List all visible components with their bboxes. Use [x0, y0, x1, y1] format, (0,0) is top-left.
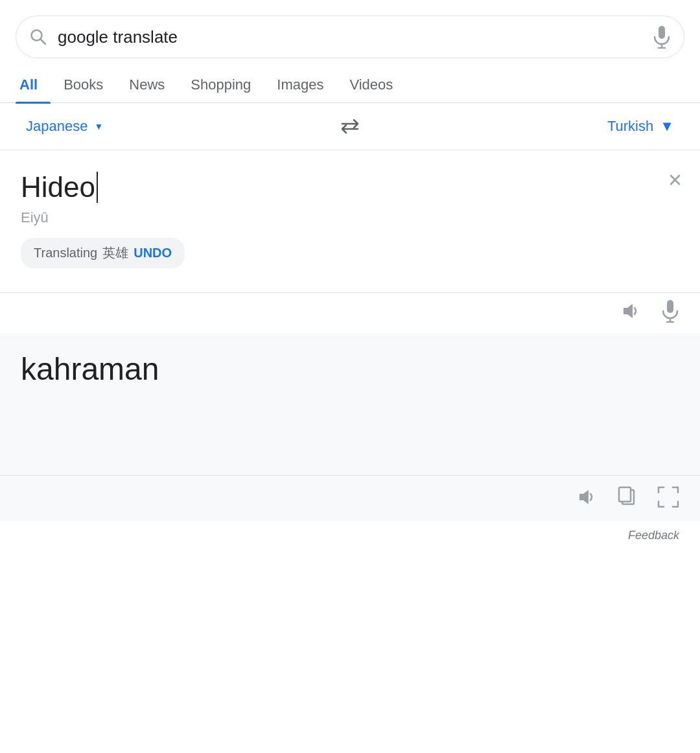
target-lang-chevron-icon: ▼ — [660, 118, 674, 135]
svg-rect-6 — [667, 300, 673, 313]
search-input[interactable]: google translate — [58, 27, 642, 47]
target-speaker-icon[interactable] — [576, 487, 596, 507]
source-speaker-icon[interactable] — [620, 301, 640, 321]
target-lang-button[interactable]: Turkish ▼ — [376, 118, 674, 135]
output-area: kahraman — [0, 333, 700, 476]
lang-selector-row: Japanese ▼ Turkish ▼ — [0, 103, 700, 150]
fullscreen-icon[interactable] — [657, 486, 679, 508]
tab-news[interactable]: News — [116, 69, 178, 102]
translating-label: Translating — [34, 246, 97, 261]
tab-videos[interactable]: Videos — [336, 69, 406, 102]
svg-marker-9 — [579, 490, 589, 504]
source-lang-label: Japanese — [26, 118, 88, 135]
svg-marker-5 — [624, 304, 633, 318]
mic-icon[interactable] — [653, 25, 671, 49]
search-icon — [29, 28, 47, 46]
text-cursor — [97, 172, 98, 203]
search-bar-container: google translate — [0, 0, 700, 69]
source-text[interactable]: Hideo — [21, 168, 679, 205]
tab-images[interactable]: Images — [264, 69, 336, 102]
source-lang-chevron-icon: ▼ — [94, 121, 103, 132]
tab-all[interactable]: All — [16, 69, 51, 102]
copy-icon[interactable] — [617, 486, 636, 508]
clear-button[interactable]: × — [668, 168, 682, 192]
svg-rect-2 — [659, 26, 665, 39]
input-icons-row — [0, 293, 700, 333]
swap-languages-button[interactable] — [324, 117, 376, 135]
undo-button[interactable]: UNDO — [134, 246, 172, 261]
feedback-label[interactable]: Feedback — [628, 529, 679, 542]
tab-books[interactable]: Books — [51, 69, 116, 102]
target-lang-label: Turkish — [607, 118, 653, 135]
search-bar[interactable]: google translate — [16, 16, 684, 58]
svg-rect-11 — [619, 487, 631, 502]
romanization: Eiyū — [21, 209, 679, 226]
source-lang-button[interactable]: Japanese ▼ — [26, 118, 324, 135]
translating-pill: Translating 英雄 UNDO — [21, 238, 185, 268]
input-area: Hideo Eiyū Translating 英雄 UNDO × — [0, 150, 700, 293]
translating-kanji: 英雄 — [102, 244, 128, 262]
translated-text: kahraman — [21, 351, 679, 387]
tab-shopping[interactable]: Shopping — [178, 69, 264, 102]
source-mic-icon[interactable] — [661, 299, 679, 323]
output-icons-row — [0, 476, 700, 521]
svg-line-1 — [41, 40, 46, 45]
translate-widget: Japanese ▼ Turkish ▼ Hideo Eiyū Translat… — [0, 103, 700, 550]
feedback-row: Feedback — [0, 521, 700, 550]
nav-tabs: All Books News Shopping Images Videos — [0, 69, 700, 103]
